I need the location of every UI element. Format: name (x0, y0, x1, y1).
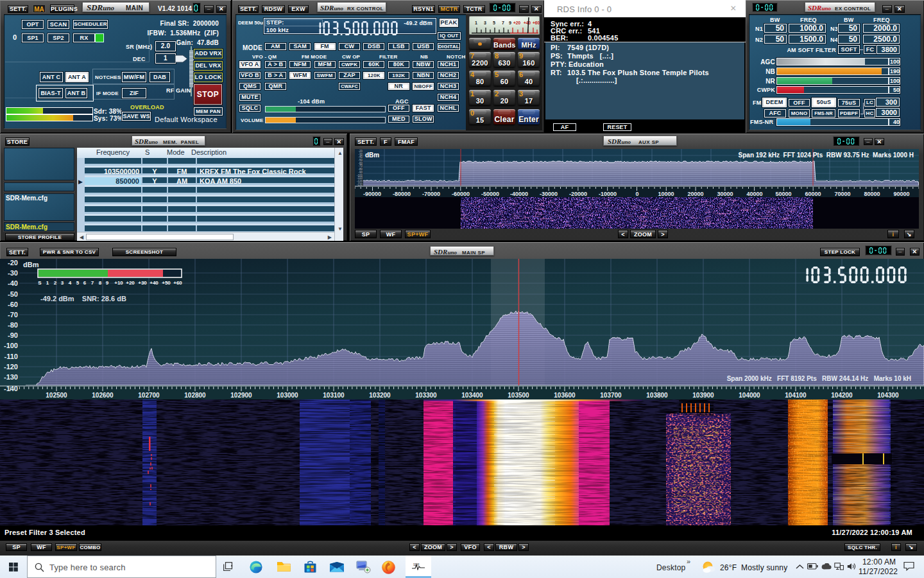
svg-text:Span 2000 kHz FFT 8192 Pts: Span 2000 kHz FFT 8192 Pts RBW 244.14 Hz… (727, 375, 911, 382)
svg-text:102900: 102900 (230, 392, 252, 399)
svg-text:40000: 40000 (746, 191, 762, 197)
svg-text:5: 5 (76, 280, 80, 286)
svg-text:-30000: -30000 (540, 191, 558, 197)
svg-text:8: 8 (99, 280, 102, 286)
svg-text:103400: 103400 (461, 392, 483, 399)
svg-text:103000: 103000 (277, 392, 298, 399)
svg-text:90000: 90000 (893, 191, 909, 197)
svg-text:-120: -120 (4, 363, 18, 371)
svg-text:0: 0 (635, 191, 638, 197)
svg-text:-49.2 dBm SNR: 28.6 dB: -49.2 dBm SNR: 28.6 dB (40, 295, 126, 302)
svg-text:3: 3 (484, 21, 486, 25)
svg-text:102700: 102700 (138, 392, 160, 399)
svg-text:-70000: -70000 (422, 191, 440, 197)
svg-text:102600: 102600 (92, 392, 114, 399)
svg-text:Span 192 kHz FFT 1024 Pts RB: Span 192 kHz FFT 1024 Pts RBW 93.75 Hz M… (739, 152, 914, 159)
svg-text:80000: 80000 (864, 191, 880, 197)
svg-text:30000: 30000 (717, 191, 733, 197)
svg-text:102800: 102800 (184, 392, 206, 399)
svg-text:+20: +20 (513, 21, 520, 25)
svg-text:20000: 20000 (687, 191, 703, 197)
svg-text:-90: -90 (8, 331, 18, 339)
svg-text:-20: -20 (8, 259, 18, 267)
svg-text:dBm: dBm (23, 261, 39, 268)
svg-text:-30: -30 (8, 269, 18, 277)
svg-text:-140: -140 (4, 385, 18, 392)
svg-text:+20: +20 (126, 280, 135, 286)
svg-text:-90000: -90000 (363, 191, 381, 197)
svg-text:-110: -110 (4, 353, 18, 360)
svg-text:+60: +60 (173, 280, 182, 286)
svg-text:-40: -40 (8, 279, 18, 287)
svg-text:9: 9 (106, 280, 109, 286)
svg-text:1: 1 (46, 280, 49, 286)
svg-text:-40000: -40000 (510, 191, 528, 197)
svg-text:+10: +10 (114, 280, 123, 286)
svg-text:+40: +40 (524, 21, 531, 25)
svg-text:50000: 50000 (775, 191, 791, 197)
svg-text:-70: -70 (8, 311, 18, 319)
svg-text:-100: -100 (4, 342, 18, 349)
svg-text:103900: 103900 (692, 392, 714, 399)
svg-text:10000: 10000 (658, 191, 674, 197)
svg-text:103700: 103700 (600, 392, 622, 399)
svg-text:4: 4 (69, 280, 72, 286)
svg-text:-80: -80 (8, 321, 18, 329)
svg-text:-60000: -60000 (452, 191, 470, 197)
svg-text:2: 2 (54, 280, 57, 286)
svg-text:-50: -50 (8, 290, 18, 298)
svg-text:+40: +40 (150, 280, 158, 286)
svg-text:6: 6 (83, 280, 87, 286)
svg-text:103200: 103200 (369, 392, 391, 399)
svg-text:60000: 60000 (805, 191, 821, 197)
svg-text:104000: 104000 (739, 392, 760, 399)
svg-text:7: 7 (502, 21, 504, 25)
svg-text:+50: +50 (162, 280, 171, 286)
svg-text:70000: 70000 (834, 191, 850, 197)
svg-text:-130: -130 (4, 373, 18, 381)
svg-text:-60: -60 (8, 301, 18, 308)
svg-text:5: 5 (493, 21, 495, 25)
svg-text:103500: 103500 (508, 392, 529, 399)
svg-text:103600: 103600 (554, 392, 576, 399)
svg-text:103300: 103300 (415, 392, 437, 399)
svg-text:3: 3 (61, 280, 64, 286)
svg-text:103800: 103800 (646, 392, 668, 399)
svg-text:-80000: -80000 (393, 191, 411, 197)
svg-text:102500: 102500 (46, 392, 67, 399)
svg-text:104300: 104300 (877, 392, 899, 399)
svg-text:104100: 104100 (785, 392, 807, 399)
svg-text:9: 9 (509, 21, 511, 25)
svg-text:-50000: -50000 (481, 191, 499, 197)
svg-text:-20000: -20000 (569, 191, 587, 197)
svg-text:103100: 103100 (323, 392, 345, 399)
svg-text:dBm: dBm (365, 152, 379, 159)
svg-text:+60: +60 (533, 21, 540, 25)
svg-text:-10000: -10000 (599, 191, 617, 197)
svg-text:+30: +30 (138, 280, 147, 286)
svg-text:1: 1 (475, 21, 477, 25)
svg-text:7: 7 (91, 280, 94, 286)
svg-text:SDR: SDR (413, 563, 420, 566)
svg-text:S: S (38, 280, 42, 286)
svg-text:104200: 104200 (831, 392, 853, 399)
